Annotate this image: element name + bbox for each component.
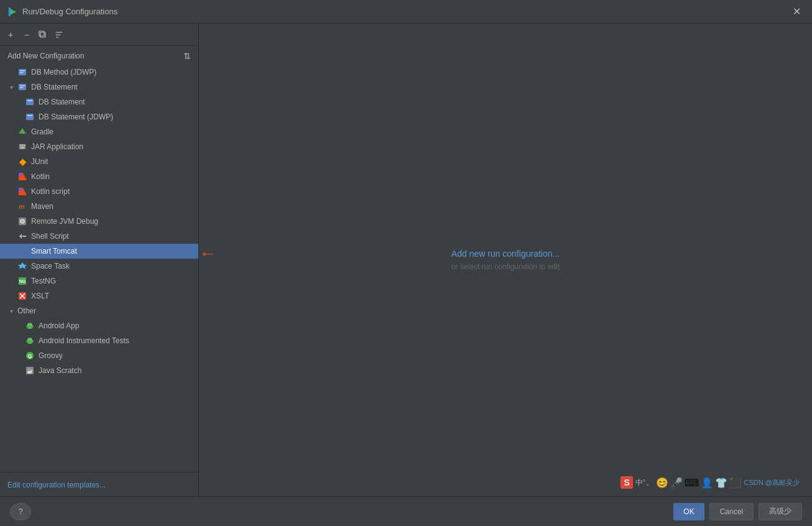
copy-config-button[interactable] [36,28,50,42]
xslt-label: XSLT [31,292,49,300]
space-task-icon [17,261,27,271]
help-button[interactable]: ? [10,503,31,520]
testng-icon: NG [17,276,27,286]
svg-rect-12 [20,87,23,88]
groovy-icon: G [25,351,35,361]
add-config-prompt[interactable]: Add new run configuration... [451,249,560,259]
list-item[interactable]: ▾ DB Statement [0,80,198,95]
gradle-icon [17,127,27,137]
android-app-icon [25,321,35,331]
maven-icon: m [17,201,27,211]
svg-point-27 [22,221,23,222]
list-item[interactable]: NG TestNG [0,274,198,288]
list-item[interactable]: DB Statement [0,95,198,109]
db-method-icon [17,67,27,77]
android-app-label: Android App [39,321,79,330]
chevron-down-icon: ▾ [7,83,15,91]
testng-label: TestNG [31,277,56,285]
sort-button[interactable] [52,28,66,42]
svg-rect-16 [27,115,32,116]
main-content: + − Add New Confi [0,24,812,496]
svg-marker-32 [18,262,27,269]
svg-rect-9 [20,72,23,73]
groovy-label: Groovy [39,351,63,360]
list-item[interactable]: Remote JVM Debug [0,214,198,229]
high-button[interactable]: 高级少 [759,503,802,520]
svg-rect-13 [26,99,34,105]
maven-label: Maven [31,202,53,211]
svg-text:☕: ☕ [27,367,33,374]
kotlin-script-label: Kotlin script [31,187,70,196]
list-item[interactable]: m Maven [0,199,198,214]
svg-rect-3 [39,31,44,36]
svg-point-40 [28,324,29,325]
junit-icon: ◆ [17,157,27,167]
run-debug-dialog: Run/Debug Configurations ✕ + − [0,0,812,526]
list-item[interactable]: XSLT [0,288,198,303]
db-statement-icon [25,97,35,107]
list-item[interactable]: 🐱 Smart Tomcat [0,244,198,259]
java-scratch-icon: ☕ [25,366,35,376]
left-footer: Edit configuration templates... [0,472,198,496]
svg-rect-1 [9,7,11,16]
sort-icon[interactable]: ⇅ [183,51,191,61]
db-statement-group-label: DB Statement [31,83,78,91]
list-item[interactable]: DB Method (JDWP) [0,65,198,80]
db-statement-jdwp-label: DB Statement (JDWP) [39,113,113,121]
junit-label: JUnit [31,157,48,166]
svg-marker-28 [19,234,22,239]
smart-tomcat-label: Smart Tomcat [21,247,77,256]
list-item[interactable]: G Groovy [0,348,198,363]
remote-jvm-icon [17,216,27,226]
svg-point-44 [28,339,29,340]
db-method-label: DB Method (JDWP) [31,68,96,76]
list-item[interactable]: Kotlin [0,169,198,184]
list-item[interactable]: ☕ Java Scratch [0,363,198,378]
svg-point-41 [30,324,32,325]
cancel-button[interactable]: Cancel [709,503,754,520]
list-item[interactable]: Shell Script [0,229,198,244]
svg-point-45 [30,339,32,340]
select-config-hint: or select run configuration to edit [451,262,560,271]
ok-button[interactable]: OK [673,503,704,520]
space-task-label: Space Task [31,262,70,270]
watermark-brand: CSDN @高邮吴少 [744,478,800,487]
list-item[interactable]: Kotlin script [0,184,198,199]
list-item[interactable]: JAR JAR Application [0,139,198,154]
svg-rect-42 [27,340,28,343]
watermark-text: 中°。 [635,478,653,488]
android-instrumented-label: Android Instrumented Tests [39,336,129,345]
bottom-bar: ? OK Cancel 高级少 [0,496,812,526]
android-instrumented-icon [25,336,35,346]
svg-rect-39 [32,325,34,328]
db-statement-group-icon [17,82,27,92]
shell-script-icon [17,231,27,241]
watermark: S 中°。 😊 🎤 ⌨ 👤 👕 ⬛ CSDN @高邮吴少 [621,476,800,489]
svg-rect-8 [20,70,25,72]
other-group-item[interactable]: ▾ Other [0,303,198,318]
dialog-title: Run/Debug Configurations [22,7,789,16]
add-config-button[interactable]: + [4,28,17,42]
watermark-s: S [621,476,632,489]
list-item[interactable]: Gradle [0,124,198,139]
list-item[interactable]: ◆ JUnit [0,154,198,169]
svg-rect-38 [27,325,28,328]
list-item[interactable]: Space Task [0,259,198,274]
shell-script-label: Shell Script [31,232,69,241]
close-button[interactable]: ✕ [789,4,805,19]
watermark-icons: 😊 🎤 ⌨ 👤 👕 ⬛ [656,477,742,489]
db-statement-label: DB Statement [39,98,85,106]
list-item[interactable]: DB Statement (JDWP) [0,109,198,124]
config-toolbar: + − [0,24,198,46]
right-panel: Add new run configuration... or select r… [199,24,812,496]
kotlin-label: Kotlin [31,172,50,181]
list-item[interactable]: Android Instrumented Tests [0,333,198,348]
xslt-icon [17,291,27,301]
other-group-label: Other [17,307,36,315]
remove-config-button[interactable]: − [20,28,34,42]
svg-rect-11 [20,85,25,86]
svg-rect-14 [27,100,32,101]
svg-text:JAR: JAR [20,146,25,149]
edit-templates-link[interactable]: Edit configuration templates... [7,481,106,489]
list-item[interactable]: Android App [0,318,198,333]
